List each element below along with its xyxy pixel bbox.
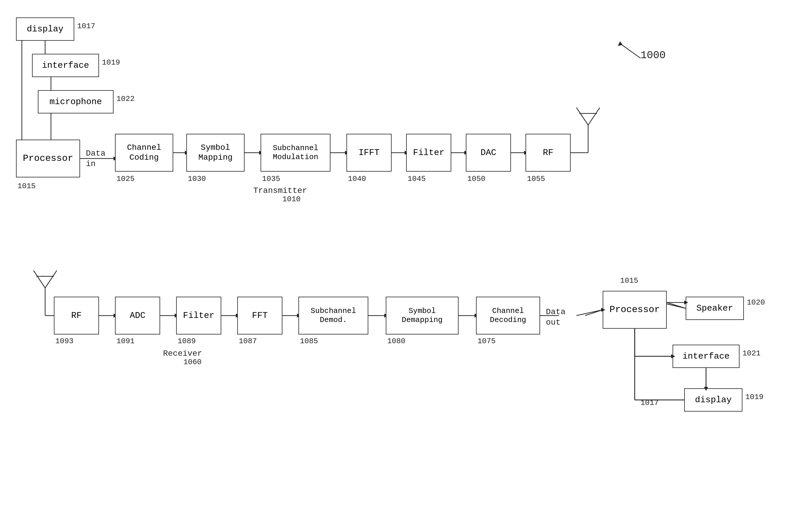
connection-lines: [0, 0, 812, 509]
processor-bot-num: 1015: [620, 276, 638, 285]
rf-bot-num: 1093: [55, 337, 73, 345]
display-top-box: display: [16, 18, 74, 41]
data-out-label: Data out: [546, 307, 565, 328]
svg-line-27: [45, 271, 57, 288]
channel-coding-box: Channel Coding: [115, 134, 173, 172]
subchannel-demod-num: 1085: [300, 337, 318, 345]
interface-bot-box: interface: [673, 345, 740, 368]
fft-num: 1087: [239, 337, 257, 345]
interface-top-num: 1019: [102, 58, 120, 67]
receiver-num: 1060: [183, 358, 201, 367]
speaker-num: 1020: [747, 298, 765, 307]
processor-bot-box: Processor: [603, 291, 667, 329]
microphone-num: 1022: [117, 95, 134, 103]
interface-top-box: interface: [32, 54, 99, 77]
transmitter-label: Transmitter: [253, 186, 307, 195]
fft-box: FFT: [237, 297, 282, 335]
channel-decoding-box: Channel Decoding: [476, 297, 540, 335]
adc-box: ADC: [115, 297, 160, 335]
diagram: display 1017 interface 1019 microphone 1…: [0, 0, 812, 509]
filter-top-box: Filter: [406, 134, 451, 172]
interface-bot-num: 1021: [742, 349, 760, 358]
channel-decoding-num: 1075: [477, 337, 496, 345]
symbol-mapping-box: Symbol Mapping: [186, 134, 245, 172]
bottom-right-lines: [0, 0, 812, 509]
display-bot-box: display: [684, 388, 742, 412]
svg-marker-50: [618, 41, 622, 46]
channel-coding-num: 1025: [117, 174, 134, 183]
svg-line-26: [33, 271, 45, 288]
symbol-mapping-num: 1030: [188, 174, 206, 183]
svg-line-49: [620, 44, 641, 58]
ifft-box: IFFT: [346, 134, 392, 172]
subchannel-demod-box: Subchannel Demod.: [299, 297, 368, 335]
dac-box: DAC: [466, 134, 511, 172]
subchannel-mod-num: 1035: [262, 174, 280, 183]
display-bot-num-right: 1019: [745, 393, 763, 401]
svg-line-22: [588, 108, 600, 125]
subchannel-mod-box: Subchannel Modulation: [260, 134, 331, 172]
symbol-demapping-box: Symbol Demapping: [386, 297, 459, 335]
svg-line-21: [576, 108, 588, 125]
display-bot-num-left: 1017: [641, 399, 659, 407]
data-in-label: Data in: [86, 148, 105, 170]
symbol-demapping-num: 1080: [387, 337, 405, 345]
svg-line-43: [667, 303, 686, 308]
rf-top-num: 1055: [527, 174, 545, 183]
dac-num: 1050: [467, 174, 485, 183]
svg-line-42: [585, 310, 603, 315]
processor-top-box: Processor: [16, 140, 80, 177]
microphone-box: microphone: [38, 90, 114, 113]
receiver-label: Receiver: [163, 349, 202, 358]
svg-line-51: [667, 304, 686, 308]
ifft-num: 1040: [348, 174, 366, 183]
speaker-box: Speaker: [686, 297, 744, 320]
processor-top-num: 1015: [18, 182, 35, 191]
filter-bot-box: Filter: [176, 297, 221, 335]
rf-top-box: RF: [526, 134, 571, 172]
filter-bot-num: 1089: [178, 337, 196, 345]
transmitter-num: 1010: [282, 195, 301, 204]
rf-bot-box: RF: [54, 297, 99, 335]
filter-top-num: 1045: [408, 174, 426, 183]
svg-line-60: [576, 310, 603, 315]
display-top-num: 1017: [77, 22, 95, 31]
ref-arrow: [597, 35, 655, 64]
adc-num: 1091: [117, 337, 134, 345]
